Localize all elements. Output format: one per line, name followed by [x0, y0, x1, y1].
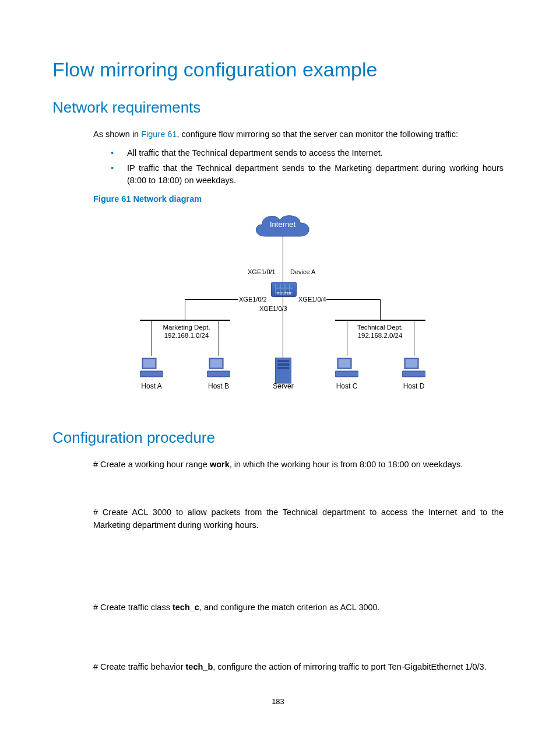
internet-label: Internet [262, 220, 303, 229]
technical-net-text: 192.168.2.0/24 [358, 332, 403, 339]
config-step-3: # Create traffic class tech_c, and confi… [93, 601, 504, 614]
step4-bold: tech_b [186, 662, 213, 671]
network-diagram: Internet XGE1/0/1 Device A ROUTER XGE1/0… [93, 207, 466, 411]
config-step-4: # Create traffic behavior tech_b, config… [93, 661, 504, 674]
server-icon [275, 358, 291, 386]
bullet-list: All traffic that the Technical departmen… [111, 147, 504, 187]
svg-rect-8 [277, 363, 289, 366]
svg-rect-5 [207, 371, 230, 377]
figure-link[interactable]: Figure 61 [141, 130, 177, 139]
intro-paragraph: As shown in Figure 61, configure flow mi… [93, 128, 504, 141]
connector-line [185, 299, 185, 320]
step4-text-before: # Create traffic behavior [93, 662, 186, 671]
host-d-label: Host D [396, 382, 431, 390]
svg-rect-11 [339, 359, 350, 368]
subnet-bar [140, 320, 230, 321]
svg-rect-2 [140, 371, 163, 377]
server-label: Server [266, 382, 301, 390]
step3-text-after: , and configure the match criterion as A… [199, 603, 380, 612]
host-c-label: Host C [329, 382, 364, 390]
port-label-2: XGE1/0/2 [239, 296, 267, 303]
config-step-1: # Create a working hour range work, in w… [93, 459, 504, 471]
computer-icon [402, 356, 425, 379]
figure-caption: Figure 61 Network diagram [93, 194, 504, 204]
computer-icon [140, 356, 163, 379]
page-title: Flow mirroring configuration example [52, 58, 504, 81]
subnet-bar [335, 320, 425, 321]
svg-rect-15 [402, 371, 425, 377]
marketing-subnet-label: Marketing Dept. 192.168.1.0/24 [152, 324, 221, 340]
step1-bold: work [210, 460, 230, 469]
svg-rect-7 [277, 360, 289, 362]
host-a-label: Host A [134, 382, 169, 390]
connector-line [185, 299, 238, 300]
svg-rect-14 [406, 359, 417, 368]
svg-rect-9 [277, 367, 289, 369]
svg-rect-1 [143, 359, 155, 368]
intro-text-before: As shown in [93, 130, 141, 139]
computer-icon [207, 356, 230, 379]
section-heading-network: Network requirements [52, 99, 504, 117]
config-step-2: # Create ACL 3000 to allow packets from … [93, 506, 504, 532]
intro-text-after: , configure flow mirroring so that the s… [177, 130, 458, 139]
step3-text-before: # Create traffic class [93, 603, 173, 612]
connector-line [283, 236, 283, 282]
port-label-1: XGE1/0/1 [248, 268, 276, 275]
port-label-4: XGE1/0/4 [298, 296, 326, 303]
router-text-icon: ROUTER [277, 292, 291, 295]
svg-rect-12 [335, 371, 358, 377]
section-heading-config: Configuration procedure [52, 429, 504, 447]
step1-text-after: , in which the working hour is from 8:00… [230, 460, 463, 469]
step4-text-after: , configure the action of mirroring traf… [213, 662, 486, 671]
marketing-net-text: 192.168.1.0/24 [164, 332, 209, 339]
list-item: All traffic that the Technical departmen… [111, 147, 504, 160]
marketing-dept-text: Marketing Dept. [163, 324, 210, 331]
computer-icon [335, 356, 358, 379]
connector-line [380, 299, 381, 320]
device-label: Device A [290, 268, 315, 275]
host-b-label: Host B [201, 382, 236, 390]
connector-line [283, 296, 283, 361]
list-item: IP traffic that the Technical department… [111, 162, 504, 188]
technical-subnet-label: Technical Dept. 192.168.2.0/24 [345, 324, 415, 340]
step1-text-before: # Create a working hour range [93, 460, 210, 469]
step3-bold: tech_c [173, 603, 199, 612]
svg-rect-4 [210, 359, 222, 368]
connector-line [326, 299, 380, 300]
page-number: 183 [52, 697, 504, 706]
technical-dept-text: Technical Dept. [357, 324, 403, 331]
